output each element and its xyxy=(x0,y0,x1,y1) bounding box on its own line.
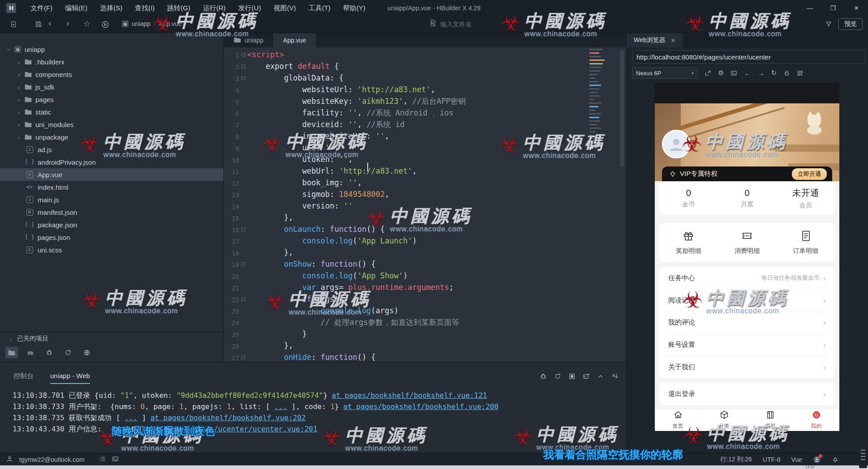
tree-item-ad.js[interactable]: Jad.js xyxy=(0,143,223,156)
url-input[interactable] xyxy=(632,50,865,64)
edge-widget[interactable] xyxy=(859,441,867,468)
breadcrumb-project[interactable]: uniapp xyxy=(132,20,150,27)
stat-金币[interactable]: 0金币 xyxy=(659,188,718,209)
menu-发行U[interactable]: 发行(U) xyxy=(232,0,267,16)
preview-button[interactable]: 预览 xyxy=(838,18,863,30)
source-link[interactable]: at pages/bookshelf/bookshelf.vue:202 xyxy=(150,414,306,422)
stat-月票[interactable]: 0月票 xyxy=(718,188,777,209)
resize-icon[interactable] xyxy=(705,70,711,77)
tree-item-uni.scss[interactable]: Suni.scss xyxy=(0,243,223,256)
tree-item-main.js[interactable]: Jmain.js xyxy=(0,193,223,206)
tree-item-pages.json[interactable]: [ ]pages.json xyxy=(0,231,223,243)
logout-row[interactable]: 退出登录 › xyxy=(659,383,835,405)
minimap[interactable] xyxy=(588,49,606,145)
gear-icon[interactable]: ⚙ xyxy=(718,69,724,77)
tree-item-androidPrivacy.json[interactable]: [ ]androidPrivacy.json xyxy=(0,156,223,168)
account-email[interactable]: tgymw22@outlook.com xyxy=(19,456,85,463)
qr-code-icon[interactable] xyxy=(797,70,804,77)
menu-帮助Y[interactable]: 帮助(Y) xyxy=(337,0,372,16)
restart-icon[interactable] xyxy=(554,373,561,382)
closed-projects-row[interactable]: › 已关闭项目 xyxy=(0,333,223,345)
tree-item-uniapp[interactable]: ›uuniapp xyxy=(0,43,223,55)
device-selector[interactable]: Nexus 6P ▾ xyxy=(632,67,698,79)
menu-选择S[interactable]: 选择(S) xyxy=(94,0,129,16)
refresh-icon[interactable]: ↻ xyxy=(771,69,777,77)
console-tab-uniapp-web[interactable]: uniapp - Web xyxy=(50,372,90,384)
tree-item-components[interactable]: ›components xyxy=(0,68,223,81)
clear-logs-icon[interactable] xyxy=(611,373,619,382)
menu-编辑E[interactable]: 编辑(E) xyxy=(59,0,94,16)
tree-item-.hbuilderx[interactable]: ›.hbuilderx xyxy=(0,55,223,68)
debug-view-icon[interactable] xyxy=(43,347,56,358)
outline-list-icon[interactable] xyxy=(99,456,106,464)
shortcut-订单明细[interactable]: 订单明细 xyxy=(776,230,835,255)
search-input[interactable] xyxy=(440,21,548,28)
forward-icon[interactable]: › xyxy=(66,19,69,27)
menu-row-我的评论[interactable]: 我的评论› xyxy=(666,311,829,334)
debug-icon[interactable] xyxy=(540,373,547,382)
menu-row-阅读记录[interactable]: 阅读记录› xyxy=(666,289,829,311)
minimize-icon[interactable]: — xyxy=(798,0,821,16)
avatar[interactable] xyxy=(662,130,691,158)
search-view-icon[interactable] xyxy=(24,347,37,358)
web-view-icon[interactable] xyxy=(81,347,93,358)
devtools-icon[interactable] xyxy=(730,70,737,77)
stop-icon[interactable] xyxy=(568,373,576,382)
new-file-icon[interactable] xyxy=(10,21,17,30)
update-icon[interactable] xyxy=(813,456,821,464)
tab-app-vue[interactable]: App.vue xyxy=(273,33,316,47)
shortcut-奖励明细[interactable]: 奖励明细 xyxy=(659,230,718,255)
tree-item-package.json[interactable]: [ ]package.json xyxy=(0,218,223,231)
file-type[interactable]: Vue xyxy=(791,456,802,463)
tree-item-unpackage[interactable]: ›unpackage xyxy=(0,131,223,143)
tree-item-uni_modules[interactable]: ›uni_modules xyxy=(0,118,223,131)
shortcut-消费明细[interactable]: 消费明细 xyxy=(718,230,777,255)
editor-scrollbar[interactable] xyxy=(620,50,624,166)
phone-tab-书架[interactable]: 书架 xyxy=(747,409,793,431)
menu-文件F[interactable]: 文件(F) xyxy=(24,0,59,16)
breadcrumb-file[interactable]: App.vue xyxy=(159,20,182,27)
file-search[interactable] xyxy=(429,19,548,29)
phone-tab-首页[interactable]: 首页 xyxy=(655,409,701,431)
terminal-icon[interactable] xyxy=(112,456,119,464)
tab-uniapp[interactable]: uniapp xyxy=(224,33,273,47)
log-link[interactable]: ... xyxy=(274,402,287,411)
star-icon[interactable]: ☆ xyxy=(83,20,90,28)
close-tab-icon[interactable]: ✕ xyxy=(671,37,676,44)
encoding[interactable]: UTF-8 xyxy=(763,456,781,463)
nav-forward-icon[interactable]: → xyxy=(757,69,764,77)
tree-item-manifest.json[interactable]: ⚙manifest.json xyxy=(0,206,223,218)
menu-跳转G[interactable]: 跳转(G) xyxy=(161,0,197,16)
tree-item-App.vue[interactable]: VApp.vue xyxy=(0,168,223,181)
breadcrumb[interactable]: u uniapp › App.vue xyxy=(122,20,182,27)
cursor-position[interactable]: 行:12 列:26 xyxy=(720,456,752,464)
menu-row-关于我们[interactable]: 关于我们› xyxy=(666,356,829,378)
filter-icon[interactable] xyxy=(825,21,832,30)
tree-item-js_sdk[interactable]: ›js_sdk xyxy=(0,81,223,93)
files-view-icon[interactable] xyxy=(5,347,18,358)
collapse-icon[interactable] xyxy=(597,373,604,382)
source-link[interactable]: at pages/bookshelf/bookshelf.vue:200 xyxy=(343,402,498,411)
terminal-add-icon[interactable] xyxy=(583,373,590,382)
menu-row-账号设置[interactable]: 账号设置› xyxy=(666,333,829,356)
code-editor[interactable]: uniapp App.vue 1<script>2 export default… xyxy=(224,33,626,362)
tab-web-browser[interactable]: Web浏览器 ✕ xyxy=(627,33,683,47)
menu-工具T[interactable]: 工具(T) xyxy=(302,0,337,16)
menu-视图V[interactable]: 视图(V) xyxy=(267,0,302,16)
nav-back-icon[interactable]: ← xyxy=(744,69,751,77)
close-icon[interactable]: ✕ xyxy=(845,0,868,16)
sync-view-icon[interactable] xyxy=(62,347,74,358)
bell-icon[interactable] xyxy=(832,456,839,464)
tree-item-static[interactable]: ›static xyxy=(0,106,223,118)
phone-tab-我的[interactable]: 我的 xyxy=(793,409,839,431)
menu-row-任务中心[interactable]: 任务中心每日做任务领海量金币› xyxy=(666,267,829,289)
run-icon[interactable] xyxy=(101,21,109,30)
tree-item-index.html[interactable]: <>index.html xyxy=(0,181,223,193)
save-icon[interactable] xyxy=(35,21,42,30)
menu-查找I[interactable]: 查找(I) xyxy=(129,0,161,16)
phone-tab-分类[interactable]: 分类 xyxy=(701,409,747,431)
vip-banner[interactable]: VIP专属特权 立即开通 xyxy=(662,166,832,181)
account-icon[interactable] xyxy=(6,456,13,464)
tree-item-pages[interactable]: ›pages xyxy=(0,93,223,106)
menu-运行R[interactable]: 运行(R) xyxy=(197,0,232,16)
